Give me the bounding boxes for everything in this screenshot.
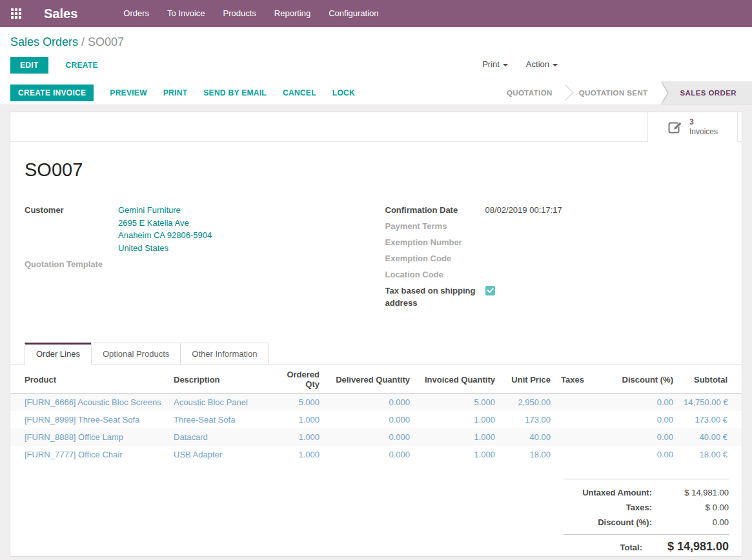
nav-item-orders[interactable]: Orders [114,0,158,27]
cell-delivered-qty: 0.000 [325,394,415,412]
confirmation-date-value: 08/02/2019 00:17:17 [485,204,562,216]
customer-field-row: Customer Gemini Furniture 2695 E Katella… [25,204,376,254]
cell-taxes [556,394,606,412]
status-step-quotation[interactable]: QUOTATION [494,81,565,105]
tax-shipping-checkbox[interactable] [485,286,495,295]
cancel-button[interactable]: CANCEL [283,85,316,101]
cell-invoiced-qty: 5.000 [415,394,500,412]
breadcrumb-separator: / [81,35,88,48]
tab-optional-products[interactable]: Optional Products [91,343,181,365]
discount-value: 0.00 [661,517,729,527]
lock-button[interactable]: LOCK [332,85,355,101]
table-header-row: Product Description Ordered Qty Delivere… [10,365,742,394]
order-lines-table: Product Description Ordered Qty Delivere… [10,365,742,463]
confirmation-date-row: Confirmation Date 08/02/2019 00:17:17 [385,204,728,216]
quotation-template-label: Quotation Template [25,258,118,270]
taxes-row: Taxes: $ 0.00 [564,500,729,515]
total-label: Total: [564,543,651,552]
total-value: $ 14,981.00 [651,540,729,554]
column-header-invoiced-quantity: Invoiced Quantity [415,365,500,394]
taxes-value: $ 0.00 [661,503,729,512]
column-header-ordered-qty: Ordered Qty [267,365,325,394]
column-header-description: Description [168,365,267,394]
customer-city: Anaheim CA 92806-5904 [118,229,212,242]
cell-description: Three-Seat Sofa [168,411,267,428]
order-line-row[interactable]: [FURN_8888] Office Lamp Datacard 1.000 0… [10,428,742,446]
exemption-number-label: Exemption Number [385,236,485,248]
cell-subtotal: 18.00 € [678,446,742,463]
statusbar-row: CREATE INVOICE PREVIEW PRINT SEND BY EMA… [0,81,752,105]
breadcrumb-sales-orders[interactable]: Sales Orders [10,35,78,48]
nav-item-reporting[interactable]: Reporting [265,0,320,27]
edit-pencil-square-icon [667,119,683,135]
cell-discount: 0.00 [606,446,678,463]
field-group-left: Customer Gemini Furniture 2695 E Katella… [25,204,376,313]
cell-unit-price: 40.00 [500,428,556,446]
breadcrumb-current: SO007 [88,35,124,48]
column-header-discount: Discount (%) [606,365,678,394]
discount-row: Discount (%): 0.00 [564,515,729,530]
column-header-taxes: Taxes [556,365,606,394]
discount-label: Discount (%): [564,517,661,527]
customer-country: United States [118,242,212,255]
nav-item-to-invoice[interactable]: To Invoice [158,0,214,27]
invoices-smart-button[interactable]: 3 Invoices [647,112,738,142]
customer-label: Customer [25,204,118,254]
breadcrumb: Sales Orders / SO007 [10,35,752,49]
cell-product: [FURN_8999] Three-Seat Sofa [10,411,168,428]
nav-item-products[interactable]: Products [214,0,265,27]
field-groups: Customer Gemini Furniture 2695 E Katella… [10,204,742,313]
exemption-code-row: Exemption Code [385,252,728,265]
customer-value[interactable]: Gemini Furniture 2695 E Katella Ave Anah… [118,204,212,254]
cell-discount: 0.00 [606,428,678,446]
field-group-right: Confirmation Date 08/02/2019 00:17:17 Pa… [376,204,728,313]
top-navbar: Sales Orders To Invoice Products Reporti… [0,0,752,27]
order-line-row[interactable]: [FURN_6666] Acoustic Bloc Screens Acoust… [10,394,742,412]
create-invoice-button[interactable]: CREATE INVOICE [10,85,94,101]
cell-delivered-qty: 0.000 [325,411,415,428]
cell-delivered-qty: 0.000 [325,428,415,446]
cell-discount: 0.00 [606,411,678,428]
tab-order-lines[interactable]: Order Lines [25,343,92,365]
form-action-buttons: EDIT CREATE Print Action [10,56,742,74]
print-dropdown[interactable]: Print [482,56,508,72]
caret-down-icon [553,64,558,66]
cell-invoiced-qty: 1.000 [415,428,500,446]
order-line-row[interactable]: [FURN_7777] Office Chair USB Adapter 1.0… [10,446,742,463]
cell-description: Acoustic Bloc Panel [168,394,267,412]
cell-subtotal: 173.00 € [678,411,742,428]
customer-street: 2695 E Katella Ave [118,217,212,230]
edit-button[interactable]: EDIT [10,57,48,74]
smart-button-text: 3 Invoices [689,117,718,137]
action-dropdown[interactable]: Action [526,56,558,72]
status-pipeline: QUOTATION QUOTATION SENT SALES ORDER [494,81,752,105]
exemption-number-row: Exemption Number [385,236,728,248]
cell-invoiced-qty: 1.000 [415,411,500,428]
tab-other-information[interactable]: Other Information [180,343,269,365]
send-by-email-button[interactable]: SEND BY EMAIL [203,85,267,101]
nav-menu: Orders To Invoice Products Reporting Con… [114,0,387,27]
column-header-subtotal: Subtotal [678,365,742,394]
cell-product: [FURN_8888] Office Lamp [10,428,168,446]
preview-button[interactable]: PREVIEW [110,85,147,101]
location-code-label: Location Code [385,268,485,281]
statusbar-buttons: CREATE INVOICE PREVIEW PRINT SEND BY EMA… [10,81,355,105]
cell-ordered-qty: 1.000 [267,411,325,428]
column-header-product: Product [10,365,168,394]
order-line-row[interactable]: [FURN_8999] Three-Seat Sofa Three-Seat S… [10,411,742,428]
cell-description: USB Adapter [168,446,267,463]
status-step-quotation-sent[interactable]: QUOTATION SENT [566,81,661,105]
cell-ordered-qty: 5.000 [267,394,325,412]
totals-block: Untaxed Amount: $ 14,981.00 Taxes: $ 0.0… [564,479,729,556]
customer-name: Gemini Furniture [118,204,212,217]
nav-item-configuration[interactable]: Configuration [320,0,387,27]
app-brand[interactable]: Sales [44,6,77,21]
exemption-code-label: Exemption Code [385,252,485,265]
apps-grid-icon[interactable] [11,8,21,19]
status-step-sales-order[interactable]: SALES ORDER [661,81,752,105]
create-button[interactable]: CREATE [66,57,98,74]
tax-shipping-label: Tax based on shipping address [385,285,485,309]
print-button[interactable]: PRINT [163,85,188,101]
cell-subtotal: 40.00 € [678,428,742,446]
column-header-delivered-quantity: Delivered Quantity [325,365,415,394]
